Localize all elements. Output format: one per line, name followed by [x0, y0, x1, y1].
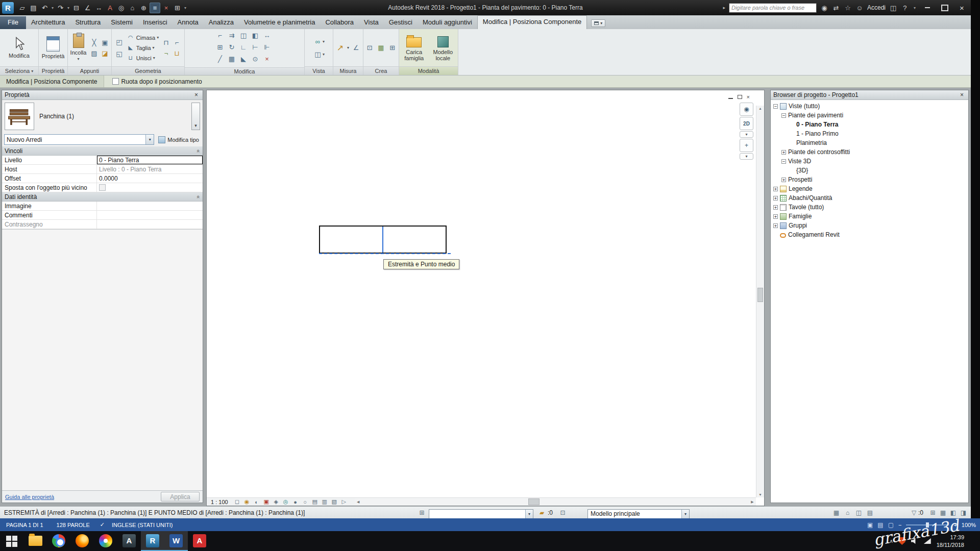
zoom-slider-thumb[interactable]	[926, 522, 929, 528]
expand-icon[interactable]: +	[773, 205, 778, 210]
array-icon[interactable]: ▦	[227, 54, 237, 64]
wall-join-icon[interactable]: ⌐	[172, 38, 182, 47]
tab-file[interactable]: File	[0, 16, 26, 29]
paste-aligned-icon[interactable]: ▨	[89, 48, 99, 58]
default-3d-view-icon[interactable]: ⌂	[127, 3, 138, 13]
delete-icon[interactable]: ×	[262, 54, 272, 64]
view-scale-button[interactable]: 1 : 100	[211, 499, 228, 505]
properties-help-link[interactable]: Guida alle proprietà	[5, 494, 54, 500]
zoom-level[interactable]: 100%	[962, 522, 976, 528]
taskbar-adobe-app[interactable]: A	[188, 531, 211, 551]
selection-filter[interactable]: ▽:0	[910, 507, 923, 519]
user-icon[interactable]: ☺	[855, 4, 864, 12]
text-icon[interactable]: A	[105, 3, 115, 13]
project-browser-close-icon[interactable]: ×	[958, 91, 966, 98]
tree-item-collegamenti-revit[interactable]: Collegamenti Revit	[771, 230, 968, 239]
collapse-icon[interactable]: −	[773, 104, 778, 109]
vertical-scrollbar[interactable]: ▲ ▼	[756, 106, 764, 497]
design-options-dropdown[interactable]: Modello principale▾	[587, 509, 690, 519]
status-icon-4[interactable]: ▤	[866, 509, 874, 516]
measure-icon[interactable]: ∠	[82, 3, 93, 13]
pin-icon[interactable]: ⊙	[251, 54, 260, 64]
word-page-indicator[interactable]: PAGINA 1 DI 1	[6, 522, 43, 528]
tab-vista[interactable]: Vista	[359, 16, 384, 29]
spellcheck-icon[interactable]: ✓	[100, 521, 105, 528]
tag-by-category-icon[interactable]: ◎	[116, 3, 127, 13]
hide-isolate-caret-icon[interactable]: ▾	[323, 39, 325, 44]
taskbar-chrome[interactable]	[47, 531, 70, 551]
collapse-icon[interactable]: −	[781, 113, 786, 118]
redo-caret-icon[interactable]: ▾	[66, 6, 70, 10]
taglia-button[interactable]: ◣ Taglia ▾	[127, 44, 159, 52]
modify-button[interactable]: Modifica	[6, 31, 33, 65]
horizontal-scroll-thumb[interactable]	[528, 498, 540, 505]
help-button[interactable]: ?	[901, 4, 909, 12]
crop-view-icon[interactable]: ▣	[262, 498, 271, 506]
reveal-constraints-icon[interactable]: ▷	[339, 498, 349, 506]
measure-tool-icon[interactable]: ↗	[335, 43, 345, 53]
prop-value-livello[interactable]: 0 - Piano Terra	[97, 156, 203, 164]
scroll-right-icon[interactable]: ▶	[749, 498, 756, 506]
profile-edit-icon[interactable]: ⊔	[172, 48, 182, 58]
sun-settings-icon[interactable]: ◉	[242, 498, 252, 506]
temporary-view-properties-icon[interactable]: ▤	[310, 498, 320, 506]
pan-icon[interactable]: +	[740, 139, 753, 152]
undo-icon[interactable]: ↶	[39, 3, 50, 13]
measure-caret-icon[interactable]: ▾	[347, 45, 349, 50]
tab-gestisci[interactable]: Gestisci	[384, 16, 418, 29]
tree-item-abachi-quantita[interactable]: +Abachi/Quantità	[771, 193, 968, 203]
revit-app-button[interactable]: R	[2, 2, 14, 14]
prop-value-offset[interactable]: 0.0000	[97, 174, 203, 183]
tab-annota[interactable]: Annota	[173, 16, 204, 29]
signin-button[interactable]: Accedi	[867, 4, 886, 11]
trim-corner-icon[interactable]: ∟	[239, 42, 249, 52]
steering-wheel-icon[interactable]: ◉	[740, 103, 753, 116]
panel-label-crea[interactable]: Crea	[363, 66, 399, 75]
view-restore-icon[interactable]	[738, 95, 742, 99]
taskbar-photos[interactable]	[94, 531, 117, 551]
cut-icon[interactable]: ╳	[89, 38, 99, 47]
ribbon-display-toggle[interactable]: ▾	[591, 19, 605, 27]
tab-struttura[interactable]: Struttura	[70, 16, 106, 29]
vertical-scroll-thumb[interactable]	[757, 288, 763, 302]
scale-icon[interactable]: ◣	[239, 54, 249, 64]
worksets-dropdown[interactable]: ▾	[429, 509, 533, 519]
tree-item-viste-3d[interactable]: −Viste 3D	[771, 157, 968, 166]
tab-volumetrie[interactable]: Volumetrie e planimetria	[239, 16, 320, 29]
close-button[interactable]: ×	[955, 2, 969, 14]
copy-icon[interactable]: ▣	[100, 38, 110, 47]
expand-icon[interactable]: +	[773, 187, 778, 191]
panel-label-seleziona[interactable]: Seleziona▾	[0, 66, 38, 75]
taskbar-revit[interactable]: R	[141, 531, 164, 551]
tab-moduli-aggiuntivi[interactable]: Moduli aggiuntivi	[418, 16, 477, 29]
tray-expand-icon[interactable]: ∧	[889, 538, 893, 544]
word-language[interactable]: INGLESE (STATI UNITI)	[112, 522, 173, 528]
type-selector-combobox[interactable]: Nuovo Arredi▾	[4, 134, 154, 145]
tree-item-planimetria[interactable]: Planimetria	[771, 138, 968, 147]
search-go-icon[interactable]: ◉	[820, 4, 828, 12]
edit-type-button[interactable]: Modifica tipo	[157, 135, 201, 144]
mirror-pick-axis-icon[interactable]: ◫	[239, 31, 249, 40]
antivirus-icon[interactable]	[899, 537, 905, 545]
create-assembly-icon[interactable]: ⊞	[388, 43, 397, 53]
network-icon[interactable]	[924, 538, 931, 544]
corner-icon-1[interactable]: ⊞	[928, 509, 937, 516]
copy-tool-icon[interactable]: ⊞	[215, 42, 225, 52]
corner-icon-2[interactable]: ▦	[939, 509, 947, 516]
mirror-draw-axis-icon[interactable]: ◧	[251, 31, 260, 40]
tree-item-famiglie[interactable]: +Famiglie	[771, 212, 968, 221]
search-history-caret-icon[interactable]: ▸	[723, 5, 725, 10]
corner-icon-3[interactable]: ◧	[949, 509, 958, 516]
worksets-icon[interactable]: ⊞	[418, 507, 426, 519]
tree-item-gruppi[interactable]: +Gruppi	[771, 221, 968, 230]
zoom-caret-icon[interactable]: ▾	[740, 131, 753, 138]
shadows-icon[interactable]: ◐	[252, 498, 261, 506]
zoom-2d-icon[interactable]: 2D	[740, 117, 753, 130]
status-icon-2[interactable]: ⌂	[843, 509, 852, 516]
create-similar-icon[interactable]: ⊡	[365, 43, 374, 53]
expand-icon[interactable]: +	[773, 223, 778, 228]
taskbar-clock[interactable]: 17:39 18/11/2018	[937, 534, 964, 548]
view-close-icon[interactable]: ×	[747, 94, 750, 100]
tree-item-piano-primo[interactable]: 1 - Piano Primo	[771, 129, 968, 138]
tab-sistemi[interactable]: Sistemi	[106, 16, 138, 29]
